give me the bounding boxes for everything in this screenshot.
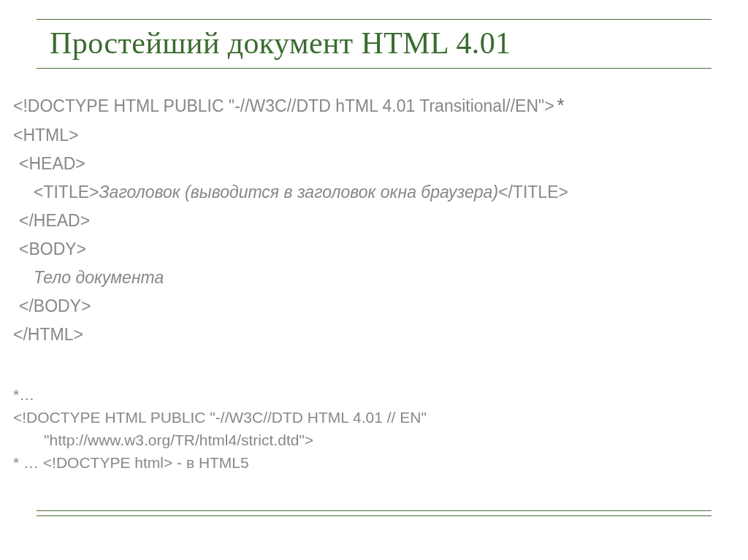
- title-bottom-rule: [37, 68, 711, 69]
- bottom-rules: [37, 510, 711, 516]
- code-line-head-close: </HEAD>: [13, 210, 735, 232]
- footnote-4: * … <!DOCTYPE html> - в HTML5: [13, 453, 735, 473]
- title-top-rule: [37, 19, 711, 20]
- footnote-2: <!DOCTYPE HTML PUBLIC "-//W3C//DTD HTML …: [13, 408, 735, 428]
- footnote-1: *…: [13, 386, 735, 405]
- code-line-body-open: <BODY>: [13, 238, 735, 261]
- code-line-title: <TITLE>Заголовок (выводится в заголовок …: [13, 181, 735, 204]
- code-line-html-close: </HTML>: [13, 323, 735, 346]
- title-text: Заголовок (выводится в заголовок окна бр…: [99, 183, 498, 202]
- slide-title: Простейший документ HTML 4.01: [50, 26, 711, 61]
- slide-content: <!DOCTYPE HTML PUBLIC "-//W3C//DTD hTML …: [13, 95, 735, 476]
- title-tag-close: </TITLE>: [498, 183, 568, 202]
- code-line-doctype: <!DOCTYPE HTML PUBLIC "-//W3C//DTD hTML …: [13, 95, 735, 118]
- code-line-body-close: </BODY>: [13, 295, 735, 318]
- code-line-html-open: <HTML>: [13, 124, 735, 147]
- doctype-text: <!DOCTYPE HTML PUBLIC "-//W3C//DTD hTML …: [13, 95, 554, 118]
- footer-block: *… <!DOCTYPE HTML PUBLIC "-//W3C//DTD HT…: [13, 386, 735, 473]
- code-line-body-text: Тело документа: [13, 266, 735, 289]
- slide-frame: Простейший документ HTML 4.01: [37, 19, 711, 69]
- title-tag-open: <TITLE>: [34, 183, 99, 202]
- code-line-head-open: <HEAD>: [13, 153, 735, 175]
- bottom-rule-1: [37, 510, 711, 511]
- bottom-rule-2: [37, 515, 711, 516]
- asterisk-marker: *: [557, 93, 565, 118]
- footnote-3: "http://www.w3.org/TR/html4/strict.dtd">: [13, 431, 735, 450]
